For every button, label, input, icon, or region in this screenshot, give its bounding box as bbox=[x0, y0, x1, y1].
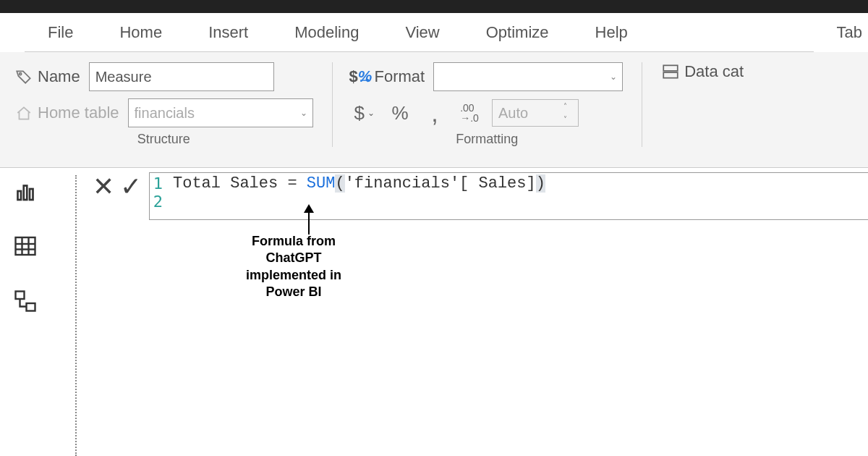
tab-home[interactable]: Home bbox=[96, 13, 185, 52]
currency-button[interactable]: $⌄ bbox=[352, 98, 378, 127]
home-table-label: Home table bbox=[38, 104, 119, 122]
commit-formula-button[interactable]: ✓ bbox=[120, 174, 142, 200]
chevron-down-icon: ⌄ bbox=[367, 108, 375, 118]
format-label: Format bbox=[375, 67, 425, 86]
ribbon: Name Home table ⌄ Structure bbox=[0, 52, 868, 168]
svg-rect-12 bbox=[27, 303, 35, 311]
line-number: 2 bbox=[150, 193, 169, 211]
annotation-text: Formula from ChatGPT implemented in Powe… bbox=[246, 233, 341, 301]
svg-rect-3 bbox=[18, 191, 22, 200]
data-view-button[interactable] bbox=[12, 233, 38, 259]
home-icon bbox=[14, 104, 33, 122]
svg-rect-6 bbox=[16, 237, 35, 255]
percent-button[interactable]: % bbox=[388, 98, 412, 127]
model-view-button[interactable] bbox=[12, 288, 38, 314]
tab-view[interactable]: View bbox=[382, 13, 462, 52]
decimal-places-stepper[interactable]: Auto ˄˅ bbox=[492, 99, 579, 127]
tab-insert[interactable]: Insert bbox=[185, 13, 271, 52]
ribbon-separator bbox=[332, 62, 333, 147]
ribbon-tabs: File Home Insert Modeling View Optimize … bbox=[0, 13, 868, 52]
name-label: Name bbox=[38, 67, 80, 86]
cancel-formula-button[interactable]: ✕ bbox=[93, 174, 114, 200]
report-view-button[interactable] bbox=[12, 178, 38, 204]
svg-rect-2 bbox=[663, 72, 678, 78]
svg-rect-4 bbox=[24, 186, 27, 200]
format-select[interactable] bbox=[433, 62, 623, 91]
group-label-formatting: Formatting bbox=[456, 132, 518, 147]
tab-help[interactable]: Help bbox=[572, 13, 651, 52]
annotation-arrow-icon bbox=[308, 206, 310, 235]
home-table-select[interactable] bbox=[128, 98, 313, 127]
format-icon: $% bbox=[352, 67, 370, 86]
tab-modeling[interactable]: Modeling bbox=[271, 13, 382, 52]
line-number: 1 bbox=[150, 174, 169, 193]
title-bar bbox=[0, 0, 868, 13]
formula-bar: ✕ ✓ 1 Total Sales = SUM('financials'[ Sa… bbox=[85, 172, 868, 220]
stepper-arrows-icon: ˄˅ bbox=[563, 103, 574, 123]
svg-rect-5 bbox=[30, 189, 33, 200]
svg-rect-11 bbox=[16, 292, 25, 300]
data-category-icon bbox=[661, 62, 680, 81]
dax-editor[interactable]: 1 Total Sales = SUM('financials'[ Sales]… bbox=[149, 172, 868, 220]
main-area: ✕ ✓ 1 Total Sales = SUM('financials'[ Sa… bbox=[0, 168, 868, 456]
filters-pane-edge[interactable] bbox=[75, 175, 77, 456]
svg-rect-1 bbox=[663, 65, 678, 71]
data-category-label: Data cat bbox=[684, 62, 744, 81]
ribbon-separator bbox=[642, 62, 642, 147]
tab-table-tools[interactable]: Tab bbox=[814, 13, 868, 52]
ribbon-group-properties: Data cat bbox=[661, 62, 748, 167]
tab-optimize[interactable]: Optimize bbox=[463, 13, 572, 52]
chevron-down-icon: ⌄ bbox=[610, 72, 617, 82]
tag-icon bbox=[14, 67, 33, 86]
thousands-separator-button[interactable]: , bbox=[422, 98, 447, 127]
svg-point-0 bbox=[20, 73, 22, 75]
ribbon-group-formatting: $% Format ⌄ $⌄ % , .00→.0 bbox=[352, 62, 624, 167]
dax-code-line[interactable]: Total Sales = SUM('financials'[ Sales]) bbox=[169, 174, 545, 193]
chevron-down-icon: ⌄ bbox=[300, 108, 307, 118]
group-label-structure: Structure bbox=[137, 132, 190, 147]
decimal-places-button[interactable]: .00→.0 bbox=[457, 98, 482, 127]
measure-name-input[interactable] bbox=[89, 62, 274, 91]
ribbon-group-structure: Name Home table ⌄ Structure bbox=[12, 62, 313, 167]
canvas-area: ✕ ✓ 1 Total Sales = SUM('financials'[ Sa… bbox=[51, 168, 868, 456]
tab-file[interactable]: File bbox=[25, 13, 96, 52]
view-switcher bbox=[0, 168, 51, 456]
